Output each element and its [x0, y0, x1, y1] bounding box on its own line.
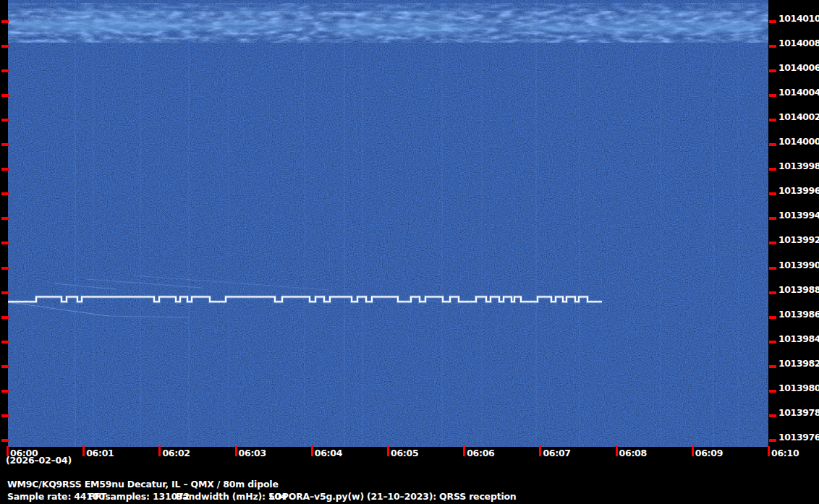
freq-tick-left	[1, 94, 9, 97]
freq-tick-right	[769, 20, 776, 23]
freq-tick-left	[1, 390, 9, 393]
noise-vertical-streak	[140, 0, 141, 447]
noise-blob	[622, 11, 731, 17]
freq-tick-right	[769, 414, 776, 417]
date-label: (2026–02–04)	[6, 455, 72, 466]
freq-tick-right	[769, 316, 776, 319]
freq-axis-label: 10139940	[778, 210, 819, 221]
noise-vertical-streak	[481, 0, 483, 447]
time-tick	[616, 446, 618, 456]
noise-vertical-streak	[93, 0, 94, 447]
time-tick	[768, 446, 770, 456]
noise-vertical-streak	[344, 0, 345, 447]
freq-axis-label: 10139900	[778, 260, 819, 271]
freq-axis-label: 10139820	[778, 358, 819, 370]
noise-speckle-layer	[8, 0, 768, 447]
freq-tick-left	[1, 316, 9, 319]
freq-tick-right	[769, 267, 776, 270]
time-axis-label: 06:07	[543, 448, 570, 458]
freq-tick-right	[769, 291, 776, 294]
time-tick	[692, 446, 694, 456]
noise-vertical-streak	[713, 0, 714, 447]
noise-blob	[184, 21, 307, 32]
freq-tick-left	[1, 267, 9, 270]
spectrogram-canvas	[8, 0, 768, 447]
freq-tick-left	[1, 20, 9, 23]
time-axis-label: 06:08	[619, 448, 647, 458]
freq-axis-label: 10140000	[778, 136, 819, 148]
time-tick	[235, 446, 237, 456]
freq-tick-right	[769, 168, 776, 171]
time-axis-label: 06:10	[771, 448, 799, 458]
time-tick	[158, 446, 161, 456]
freq-tick-left	[1, 414, 9, 417]
freq-axis-label: 10140100	[778, 13, 819, 25]
freq-tick-left	[1, 168, 9, 171]
freq-tick-right	[769, 217, 776, 220]
freq-tick-right	[769, 143, 776, 146]
time-axis-label: 06:04	[315, 448, 342, 458]
freq-axis-label: 10139880	[778, 284, 819, 296]
freq-tick-right	[769, 439, 776, 442]
freq-tick-left	[1, 242, 9, 244]
freq-tick-right	[769, 390, 776, 393]
freq-axis-label: 10140080	[778, 38, 819, 49]
noise-blob	[318, 22, 485, 34]
freq-tick-left	[1, 45, 9, 48]
freq-axis-label: 10140020	[778, 111, 819, 123]
freq-tick-left	[1, 119, 9, 121]
time-tick	[311, 446, 313, 456]
time-tick	[539, 446, 541, 456]
freq-axis-label: 10139980	[778, 161, 819, 172]
time-axis-label: 06:06	[467, 448, 494, 458]
time-axis-label: 06:09	[695, 448, 723, 458]
freq-axis-label: 10139920	[778, 234, 819, 246]
station-info-label: WM9C/KQ9RSS EM59nu Decatur, IL – QMX / 8…	[7, 479, 279, 490]
program-label: LOPORA–v5g.py(w) (21–10–2023): QRSS rece…	[269, 491, 517, 502]
fft-samples-label: FFTsamples: 131072	[88, 491, 190, 502]
freq-tick-right	[769, 45, 776, 48]
freq-axis-label: 10139860	[778, 309, 819, 320]
noise-blob	[217, 8, 304, 14]
noise-vertical-streak	[188, 0, 190, 447]
time-tick	[463, 446, 465, 456]
noise-vertical-streak	[362, 0, 363, 447]
time-axis-label: 06:02	[162, 448, 190, 458]
freq-tick-right	[769, 94, 776, 97]
time-tick	[82, 446, 85, 456]
freq-tick-left	[1, 143, 9, 146]
qrss-grabber-screen: { "chart_data": { "type": "heatmap", "su…	[0, 0, 819, 504]
noise-blob	[705, 22, 763, 31]
freq-axis-label: 10139960	[778, 185, 819, 197]
spectrogram-plot	[8, 0, 768, 447]
freq-tick-right	[769, 119, 776, 121]
freq-tick-left	[1, 341, 9, 343]
freq-axis-label: 10139780	[778, 407, 819, 419]
noise-blob	[51, 10, 195, 18]
freq-tick-right	[769, 69, 776, 72]
freq-tick-left	[1, 365, 9, 368]
time-axis-label: 06:03	[239, 448, 266, 458]
freq-axis-label: 10140060	[778, 62, 819, 74]
noise-vertical-streak	[660, 0, 661, 447]
freq-tick-right	[769, 365, 776, 368]
freq-axis-label: 10139800	[778, 383, 819, 394]
noise-blob	[11, 20, 192, 33]
freq-tick-right	[769, 242, 776, 244]
noise-vertical-streak	[738, 0, 739, 447]
freq-tick-right	[769, 341, 776, 343]
freq-axis-label: 10140040	[778, 87, 819, 98]
noise-vertical-streak	[304, 0, 305, 447]
freq-tick-left	[1, 291, 9, 294]
freq-tick-right	[769, 192, 776, 195]
noise-blob	[362, 9, 478, 16]
noise-vertical-streak	[441, 0, 443, 447]
noise-vertical-streak	[75, 0, 76, 447]
freq-axis-label: 10139840	[778, 333, 819, 345]
noise-vertical-streak	[579, 0, 580, 447]
freq-tick-left	[1, 192, 9, 195]
noise-vertical-streak	[535, 0, 537, 447]
time-axis-label: 06:05	[391, 448, 418, 458]
freq-tick-left	[1, 217, 9, 220]
time-axis-label: 06:01	[86, 448, 114, 458]
